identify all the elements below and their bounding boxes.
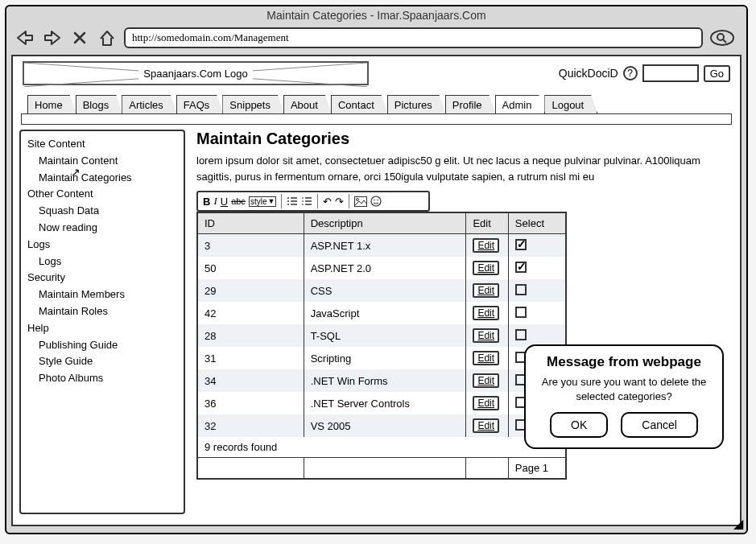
cell-desc: .NET Server Controls: [304, 392, 466, 414]
emoji-icon[interactable]: [370, 196, 382, 207]
tab-snippets[interactable]: Snippets: [222, 95, 284, 113]
edit-button[interactable]: Edit: [473, 238, 499, 253]
home-icon[interactable]: [97, 28, 118, 47]
sidebar: Site ContentMaintain ContentMaintain Cat…: [19, 130, 185, 514]
tab-contact[interactable]: Contact: [331, 95, 388, 113]
tab-home[interactable]: Home: [27, 95, 76, 113]
select-checkbox[interactable]: [515, 262, 527, 273]
cursor-icon: ↗: [71, 166, 81, 179]
sidebar-item-squash-data[interactable]: Squash Data: [27, 203, 177, 220]
cell-desc: Scripting: [304, 347, 466, 369]
sidebar-item-maintain-members[interactable]: Maintain Members: [27, 286, 177, 303]
svg-point-20: [378, 200, 379, 201]
page-content: Spaanjaars.Com Logo QuickDociD ? Go Home…: [11, 55, 742, 526]
cell-select: [508, 234, 565, 258]
tab-pictures[interactable]: Pictures: [387, 95, 446, 113]
tab-articles[interactable]: Articles: [122, 95, 177, 113]
cancel-button[interactable]: Cancel: [621, 412, 698, 438]
cell-id: 29: [198, 279, 304, 302]
page-indicator: Page 1: [508, 458, 565, 479]
url-input[interactable]: [124, 27, 703, 48]
underline-icon[interactable]: U: [221, 196, 228, 208]
sidebar-item-logs[interactable]: Logs: [27, 253, 177, 270]
search-icon[interactable]: [709, 28, 738, 47]
cell-id: 31: [198, 347, 304, 369]
edit-button[interactable]: Edit: [473, 418, 499, 433]
ok-button[interactable]: OK: [550, 412, 608, 438]
editor-toolbar: B I U abc style▼ ↶ ↷: [196, 191, 430, 212]
quickdoc-input[interactable]: [642, 64, 699, 82]
select-checkbox[interactable]: [515, 239, 527, 250]
sidebar-header-security: Security: [27, 270, 177, 286]
sidebar-header-other-content: Other Content: [27, 186, 177, 203]
quickdoc-label: QuickDociD: [559, 67, 618, 80]
svg-point-19: [374, 200, 376, 201]
logo-text: Spaanjaars.Com Logo: [138, 68, 252, 80]
svg-point-18: [371, 196, 381, 206]
cell-id: 42: [198, 302, 304, 324]
sidebar-item-style-guide[interactable]: Style Guide: [27, 353, 177, 370]
italic-icon[interactable]: I: [213, 195, 217, 208]
number-list-icon[interactable]: [301, 196, 312, 207]
sidebar-item-maintain-content[interactable]: Maintain Content: [27, 153, 177, 170]
select-checkbox[interactable]: [515, 329, 527, 340]
sidebar-header-site-content: Site Content: [27, 136, 177, 153]
stop-icon[interactable]: [69, 28, 90, 47]
tabs-underline: [21, 113, 732, 125]
cell-edit: Edit: [466, 302, 508, 324]
select-checkbox[interactable]: [515, 307, 527, 318]
cell-edit: Edit: [466, 392, 508, 414]
cell-select: [508, 279, 565, 302]
edit-button[interactable]: Edit: [473, 306, 499, 320]
edit-button[interactable]: Edit: [473, 351, 499, 365]
table-row: 28T-SQLEdit: [198, 324, 565, 347]
edit-button[interactable]: Edit: [473, 373, 499, 388]
forward-icon[interactable]: [42, 28, 63, 47]
style-dropdown[interactable]: style▼: [249, 196, 276, 207]
edit-button[interactable]: Edit: [473, 261, 499, 275]
cell-desc: JavaScript: [304, 302, 466, 324]
sidebar-item-photo-albums[interactable]: Photo Albums: [27, 370, 177, 387]
edit-button[interactable]: Edit: [473, 283, 499, 298]
bullet-list-icon[interactable]: [287, 196, 298, 207]
svg-point-4: [287, 197, 289, 199]
undo-icon[interactable]: ↶: [323, 196, 332, 208]
edit-button[interactable]: Edit: [473, 328, 499, 343]
cell-edit: Edit: [466, 347, 508, 369]
resize-handle-icon[interactable]: ◢: [733, 516, 743, 531]
edit-button[interactable]: Edit: [473, 396, 499, 410]
tab-logout[interactable]: Logout: [544, 95, 597, 113]
help-icon[interactable]: ?: [623, 66, 638, 80]
image-icon[interactable]: [354, 196, 367, 207]
sidebar-item-publishing-guide[interactable]: Publishing Guide: [27, 337, 177, 354]
tab-admin[interactable]: Admin: [495, 95, 546, 113]
tab-about[interactable]: About: [283, 95, 332, 113]
go-button[interactable]: Go: [704, 65, 730, 82]
tab-profile[interactable]: Profile: [445, 95, 496, 113]
tab-faqs[interactable]: FAQs: [176, 95, 224, 113]
sidebar-header-help: Help: [27, 320, 177, 337]
browser-window: Maintain Categories - Imar.Spaanjaars.Co…: [5, 5, 748, 534]
cell-edit: Edit: [466, 324, 508, 347]
cell-id: 28: [198, 324, 304, 347]
cell-edit: Edit: [466, 234, 508, 258]
sidebar-item-now-reading[interactable]: Now reading: [27, 220, 177, 237]
sidebar-item-maintain-categories[interactable]: Maintain Categories: [27, 170, 177, 187]
cell-select: [508, 257, 565, 279]
redo-icon[interactable]: ↷: [335, 196, 344, 208]
sidebar-item-maintain-roles[interactable]: Maintain Roles: [27, 303, 177, 320]
column-header: Edit: [466, 213, 508, 234]
bold-icon[interactable]: B: [203, 196, 210, 208]
table-row: 29CSSEdit: [198, 279, 565, 302]
back-icon[interactable]: [14, 28, 35, 47]
tab-blogs[interactable]: Blogs: [76, 95, 123, 113]
cell-desc: VS 2005: [304, 414, 466, 437]
cell-id: 50: [198, 257, 304, 279]
strike-icon[interactable]: abc: [231, 196, 246, 206]
browser-nav-bar: [6, 24, 746, 55]
select-checkbox[interactable]: [515, 284, 527, 295]
cell-edit: Edit: [466, 414, 508, 437]
table-row: 42JavaScriptEdit: [198, 302, 565, 324]
table-row: 36.NET Server ControlsEdit: [198, 392, 565, 414]
cell-desc: .NET Win Forms: [304, 369, 466, 392]
